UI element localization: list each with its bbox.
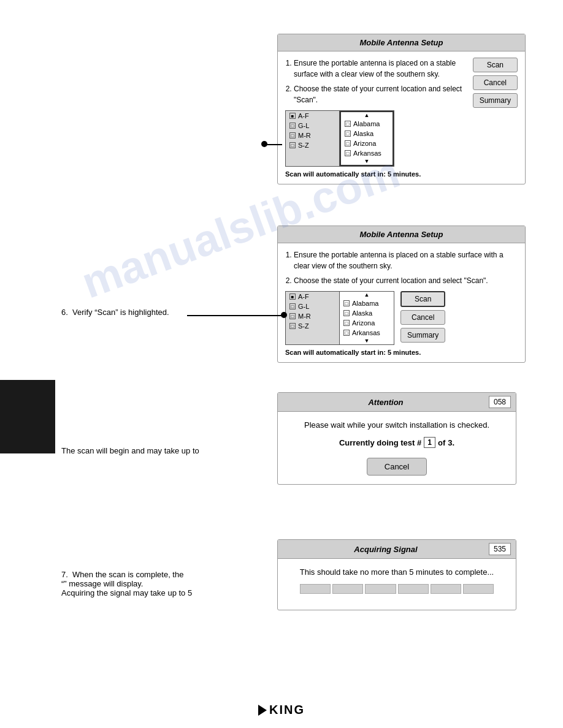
step7-line1: 7. When the scan is complete, the xyxy=(61,570,183,579)
state-label-alaska: Alaska xyxy=(353,130,373,137)
scan-body-text: The scan will begin and may take up to xyxy=(61,446,199,455)
panel1-instruction-2: Choose the state of your current locatio… xyxy=(294,83,467,105)
checkbox-arkansas: □ xyxy=(345,150,351,156)
arrow-dot-p1 xyxy=(261,141,267,147)
state-item-alaska[interactable]: □ Alaska xyxy=(341,129,393,138)
panel1-cancel-button[interactable]: Cancel xyxy=(473,75,518,90)
progress-seg-2 xyxy=(332,584,363,594)
panel4-header: Acquiring Signal 535 xyxy=(278,540,516,559)
p2-checkbox-alaska: □ xyxy=(343,310,350,316)
arrow-line-p2 xyxy=(187,315,282,316)
panel2-header: Mobile Antenna Setup xyxy=(278,226,525,243)
p2-state-item-af[interactable]: ■ A-F xyxy=(286,292,339,301)
panel2-auto-scan: Scan will automatically start in: 5 minu… xyxy=(285,349,518,356)
panel2-scan-button[interactable]: Scan xyxy=(400,291,445,307)
arrow-up-p2[interactable]: ▲ xyxy=(340,292,394,298)
panel2-left-col: ■ A-F □ G-L □ M-R □ S-Z xyxy=(286,292,340,344)
panel3-test-num: 1 xyxy=(424,437,435,448)
checkbox-mr: □ xyxy=(289,132,296,138)
king-logo: KING xyxy=(258,703,305,717)
p2-state-label-sz: S-Z xyxy=(298,322,309,330)
panel1-state-wrapper: ■ A-F □ G-L □ M-R □ S-Z xyxy=(285,110,467,167)
panel2-instruction-1: Ensure the portable antenna is placed on… xyxy=(294,249,518,271)
panel2-buttons: Scan Cancel Summary xyxy=(400,291,445,343)
state-label-alabama: Alabama xyxy=(353,120,380,127)
p2-checkbox-af: ■ xyxy=(289,294,296,300)
king-logo-triangle xyxy=(258,705,267,716)
state-item-mr[interactable]: □ M-R xyxy=(286,131,339,140)
p2-checkbox-alabama: □ xyxy=(343,300,350,306)
panel3-test-line: Currently doing test # 1 of 3. xyxy=(288,437,506,448)
panel2-instruction-2: Choose the state of your current locatio… xyxy=(294,275,518,286)
state-item-arizona[interactable]: □ Arizona xyxy=(341,138,393,148)
panel4-progress xyxy=(300,584,494,594)
p2-state-item-sz[interactable]: □ S-Z xyxy=(286,321,339,331)
panel4-body: This should take no more than 5 minutes … xyxy=(278,559,516,610)
panel3-body-text: Please wait while your switch installati… xyxy=(288,420,506,430)
panel2-instructions: Ensure the portable antenna is placed on… xyxy=(285,249,518,286)
state-item-alabama[interactable]: □ Alabama xyxy=(341,119,393,129)
state-label-arizona: Arizona xyxy=(353,140,376,147)
panel1-scan-button[interactable]: Scan xyxy=(473,58,518,72)
panel3-test-of: of xyxy=(438,438,445,447)
p2-checkbox-mr: □ xyxy=(289,313,296,319)
step7-line2: “” message will display. xyxy=(61,579,143,588)
panel3-cancel-button[interactable]: Cancel xyxy=(367,458,427,476)
checkbox-alabama: □ xyxy=(345,121,351,127)
p2-state-label-alabama: Alabama xyxy=(352,300,378,307)
p2-checkbox-arizona: □ xyxy=(343,320,350,326)
p2-state-label-af: A-F xyxy=(298,293,309,300)
panel4-body-text: This should take no more than 5 minutes … xyxy=(288,567,506,577)
step6-text: 6. Verify “Scan” is highlighted. xyxy=(61,308,169,317)
panel1-mobile-antenna-setup: Mobile Antenna Setup Ensure the portable… xyxy=(277,34,526,184)
p2-state-item-mr[interactable]: □ M-R xyxy=(286,311,339,321)
state-item-sz[interactable]: □ S-Z xyxy=(286,140,339,150)
panel1-instructions: Ensure the portable antenna is placed on… xyxy=(285,58,467,105)
arrow-up-p1[interactable]: ▲ xyxy=(341,112,393,119)
panel3-test-total: 3. xyxy=(448,438,454,447)
state-item-arkansas[interactable]: □ Arkansas xyxy=(341,148,393,158)
panel1-right-col: ▲ □ Alabama □ Alaska □ Arizona xyxy=(340,111,394,166)
p2-state-label-arkansas: Arkansas xyxy=(352,329,380,336)
panel1-auto-scan: Scan will automatically start in: 5 minu… xyxy=(285,170,467,178)
panel2-body: Ensure the portable antenna is placed on… xyxy=(278,243,525,362)
panel2-right-col: ▲ □ Alabama □ Alaska □ Arizona xyxy=(340,292,394,344)
progress-seg-1 xyxy=(300,584,331,594)
p2-btn-group-outer: Scan Cancel Summary xyxy=(400,291,445,345)
arrow-down-p1[interactable]: ▼ xyxy=(341,158,393,165)
panel3-test-label: Currently doing test # xyxy=(339,438,421,447)
panel2-summary-button[interactable]: Summary xyxy=(400,328,445,343)
state-label-mr: M-R xyxy=(298,132,311,139)
checkbox-arizona: □ xyxy=(345,140,351,146)
state-item-af[interactable]: ■ A-F xyxy=(286,111,339,121)
p2-state-item-arizona[interactable]: □ Arizona xyxy=(340,318,394,328)
black-sidebar xyxy=(0,380,55,453)
p2-state-item-arkansas[interactable]: □ Arkansas xyxy=(340,328,394,338)
arrow-down-p2[interactable]: ▼ xyxy=(340,338,394,344)
p2-state-item-alaska[interactable]: □ Alaska xyxy=(340,308,394,318)
panel3-title: Attention xyxy=(283,398,489,407)
panel2-cancel-button[interactable]: Cancel xyxy=(400,310,445,325)
p2-state-label-gl: G-L xyxy=(298,303,309,310)
checkbox-gl: □ xyxy=(289,123,296,129)
panel1-summary-button[interactable]: Summary xyxy=(473,93,518,108)
checkbox-alaska: □ xyxy=(345,131,351,137)
panel2-state-wrapper: ■ A-F □ G-L □ M-R □ S-Z xyxy=(285,291,518,345)
progress-seg-5 xyxy=(431,584,461,594)
panel1-main: Ensure the portable antenna is placed on… xyxy=(285,58,467,178)
p2-state-item-alabama[interactable]: □ Alabama xyxy=(340,298,394,308)
progress-seg-6 xyxy=(463,584,494,594)
panel2-mobile-antenna-setup: Mobile Antenna Setup Ensure the portable… xyxy=(277,226,526,363)
progress-seg-3 xyxy=(365,584,396,594)
p2-state-label-arizona: Arizona xyxy=(352,319,375,327)
p2-state-item-gl[interactable]: □ G-L xyxy=(286,301,339,311)
panel2-main: Ensure the portable antenna is placed on… xyxy=(285,249,518,356)
panel2-states-box: ■ A-F □ G-L □ M-R □ S-Z xyxy=(285,291,394,345)
panel3-attention: Attention 058 Please wait while your swi… xyxy=(277,392,516,485)
panel1-body: Ensure the portable antenna is placed on… xyxy=(278,51,525,184)
state-item-gl[interactable]: □ G-L xyxy=(286,121,339,131)
king-logo-text: KING xyxy=(269,703,305,717)
step7-text: 7. When the scan is complete, the “” mes… xyxy=(61,570,192,597)
panel4-code: 535 xyxy=(489,543,511,555)
panel3-code: 058 xyxy=(489,396,511,408)
